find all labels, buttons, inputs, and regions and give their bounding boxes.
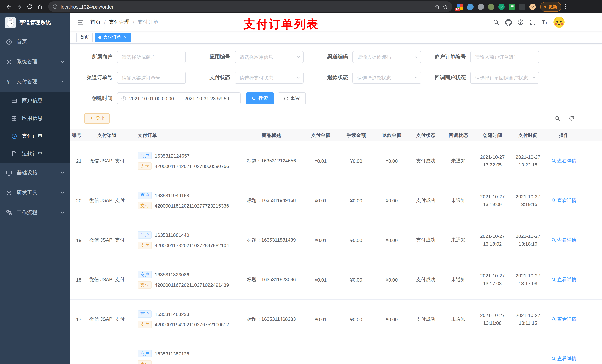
sidebar-item-refund-order[interactable]: 退款订单 <box>0 145 70 163</box>
sidebar-item-label: 应用信息 <box>22 115 43 122</box>
view-detail-link[interactable]: 查看详情 <box>551 197 576 204</box>
profile-memoji-icon[interactable] <box>529 3 536 10</box>
browser-forward-button[interactable] <box>14 1 24 12</box>
app-id-select[interactable] <box>235 51 304 63</box>
github-icon[interactable] <box>505 19 512 26</box>
breadcrumb-separator: / <box>133 19 134 25</box>
filter-form: 所属商户 应用编号 <box>70 44 602 104</box>
sidebar-item-home[interactable]: 首页 <box>0 32 70 52</box>
sidebar-item-label: 首页 <box>17 39 27 45</box>
address-bar[interactable]: localhost:1024/pay/order <box>48 1 452 12</box>
search-button[interactable]: 搜索 <box>246 93 274 104</box>
toggle-search-icon[interactable] <box>555 115 560 121</box>
tab-pay-order[interactable]: 支付订单 <box>95 32 131 42</box>
face-icon <box>531 5 535 9</box>
view-detail-link[interactable]: 查看详情 <box>551 316 576 322</box>
browser-home-button[interactable] <box>35 1 45 12</box>
channel-code-select[interactable] <box>353 51 421 63</box>
cell-title: 标题：1635311949168 <box>240 197 303 204</box>
url-text: localhost:1024/pay/order <box>61 4 431 10</box>
extension-icon-dark-puzzle[interactable] <box>519 3 525 10</box>
refund-status-select[interactable] <box>353 72 421 83</box>
browser-update-button[interactable]: 更新 <box>540 2 561 12</box>
application-window: localhost:1024/pay/order 10 更新 <box>0 0 602 364</box>
tab-home[interactable]: 首页 <box>76 32 93 42</box>
col-header-notify-status: 回调状态 <box>442 132 475 139</box>
channel-order-no-input[interactable] <box>117 72 186 83</box>
breadcrumb-payment[interactable]: 支付管理 <box>109 19 129 26</box>
pay-status-select[interactable] <box>235 72 304 83</box>
extension-icon-check[interactable] <box>498 3 505 10</box>
sidebar-item-dev-tools[interactable]: 研发工具 <box>0 183 70 203</box>
bookmark-star-icon[interactable] <box>442 4 448 10</box>
extensions-puzzle-icon[interactable]: 10 <box>457 3 463 10</box>
cell-fee-amount: ¥0.00 <box>338 277 374 282</box>
svg-text:T: T <box>546 21 547 24</box>
caret-down-icon[interactable] <box>570 19 577 26</box>
col-header-create-time: 创建时间 <box>475 132 510 139</box>
cell-pay-time: 2021-10-27 13:11:15 <box>510 312 546 327</box>
merchant-badge: 商户 <box>138 310 152 318</box>
sidebar-item-pay-order[interactable]: 支付订单 <box>0 127 70 145</box>
back-arrow-icon <box>6 3 12 10</box>
gear-icon <box>6 58 12 65</box>
browser-reload-button[interactable] <box>24 1 35 12</box>
sidebar-item-payment[interactable]: ¥ 支付管理 <box>0 72 70 92</box>
sidebar-item-system[interactable]: 系统管理 <box>0 52 70 72</box>
extension-icon-chat[interactable] <box>509 3 515 10</box>
target-icon <box>11 133 17 139</box>
merchant-order-no: 1635311949168 <box>155 193 189 198</box>
view-detail-link[interactable]: 查看详情 <box>551 355 576 362</box>
cell-pay-amount: ¥0.01 <box>303 158 338 164</box>
sidebar-item-app-info[interactable]: 应用信息 <box>0 110 70 127</box>
channel-pay-no: 4200001173202110272847982104 <box>155 242 229 248</box>
cell-pay-status: 支付成功 <box>409 197 442 204</box>
browser-menu-button[interactable] <box>563 2 568 11</box>
cell-fee-amount: ¥0.00 <box>338 158 374 164</box>
cell-pay-order: 商户 1635311387126 支付 <box>129 350 240 364</box>
sidebar-item-label: 工作流程 <box>17 209 37 216</box>
col-header-refund-amount: 退款金额 <box>374 132 409 139</box>
refresh-icon <box>284 96 288 101</box>
tab-label: 首页 <box>80 34 89 40</box>
breadcrumb-home[interactable]: 首页 <box>90 19 101 26</box>
view-detail-link[interactable]: 查看详情 <box>551 237 576 243</box>
font-size-icon[interactable]: TT <box>541 19 549 26</box>
browser-back-button[interactable] <box>4 1 14 12</box>
search-icon[interactable] <box>492 19 500 26</box>
export-button[interactable]: 导出 <box>85 113 110 124</box>
magnifier-icon <box>551 158 556 163</box>
view-detail-link[interactable]: 查看详情 <box>551 157 576 164</box>
help-icon[interactable] <box>517 19 524 26</box>
breadcrumb: 首页 / 支付管理 / 支付订单 <box>90 19 159 26</box>
notify-status-select[interactable] <box>470 72 539 83</box>
cell-create-time: 2021-10-27 13:18:02 <box>475 232 510 248</box>
fullscreen-icon[interactable] <box>529 19 537 26</box>
sidebar-toggle-button[interactable] <box>74 16 87 29</box>
view-detail-link[interactable]: 查看详情 <box>551 276 576 283</box>
sidebar-item-infra[interactable]: 基础设施 <box>0 163 70 183</box>
avatar[interactable] <box>553 17 565 28</box>
sidebar-logo[interactable]: 芋道管理系统 <box>0 13 70 32</box>
sidebar-item-merchant-info[interactable]: 商户信息 <box>0 92 70 110</box>
extension-icon-blue[interactable] <box>467 3 473 10</box>
merchant-order-no-input[interactable] <box>470 51 539 63</box>
sidebar-item-workflow[interactable]: 工作流程 <box>0 203 70 223</box>
create-time-range-picker[interactable]: 2021-10-01 00:00:00 - 2021-10-31 23:59:5… <box>117 93 241 104</box>
site-info-icon[interactable] <box>53 4 58 9</box>
sidebar-item-label: 研发工具 <box>17 189 37 196</box>
download-icon <box>89 116 94 121</box>
reset-button[interactable]: 重置 <box>278 93 306 104</box>
chevron-down-icon <box>60 60 65 64</box>
extension-icon-olive[interactable] <box>488 3 494 10</box>
close-icon[interactable] <box>124 35 127 39</box>
extension-icon-gray[interactable] <box>478 3 484 10</box>
share-icon[interactable] <box>434 4 440 10</box>
cell-pay-order: 商户 1635311949168 支付 42000011812021102777… <box>129 192 240 209</box>
col-header-fee-amount: 手续金额 <box>338 132 374 139</box>
reload-icon <box>27 4 32 10</box>
update-label: 更新 <box>548 3 557 10</box>
refresh-table-icon[interactable] <box>569 115 575 121</box>
merchant-select-input[interactable] <box>117 51 186 63</box>
merchant-order-no: 1635311387126 <box>155 351 189 356</box>
